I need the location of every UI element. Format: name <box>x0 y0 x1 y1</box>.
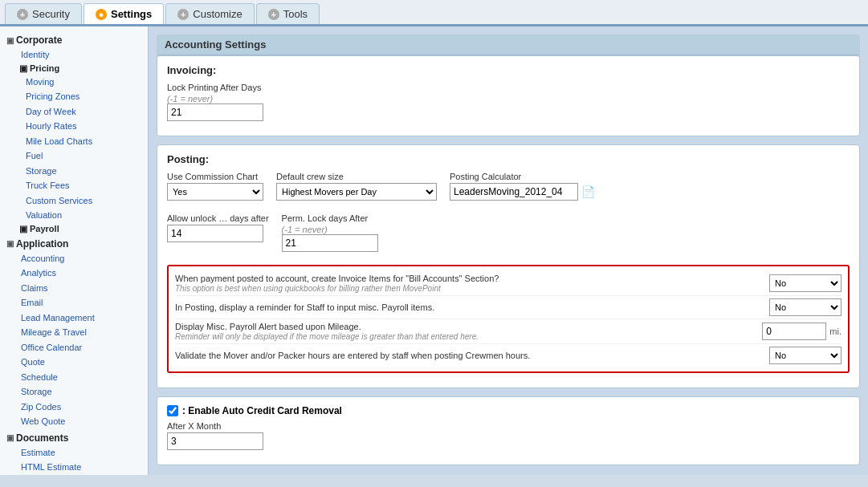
use-commission-label: Use Commission Chart <box>167 172 263 181</box>
tab-security[interactable]: + Security <box>5 3 82 24</box>
posting-section: Posting: Use Commission Chart Yes No Def… <box>157 144 860 388</box>
posting-title: Posting: <box>167 153 850 165</box>
sidebar-group-application: ▣ Application Accounting Analytics Claim… <box>3 237 145 429</box>
after-x-month-input[interactable] <box>167 432 263 450</box>
mi-label: mi. <box>829 327 842 336</box>
mileage-input[interactable] <box>762 323 826 340</box>
sidebar-item-accounting[interactable]: Accounting <box>3 251 145 266</box>
sidebar-group-corporate-header[interactable]: ▣ Corporate <box>3 33 145 47</box>
sidebar-subgroup-pricing: ▣ Pricing Moving Pricing Zones Day of We… <box>3 63 145 223</box>
highlight-row-1: In Posting, display a reminder for Staff… <box>175 296 842 319</box>
auto-credit-label: : Enable Auto Credit Card Removal <box>182 405 342 416</box>
highlight-row-0-input: No Yes <box>769 274 842 292</box>
pricing-subgroup-header[interactable]: ▣ Pricing <box>8 63 145 75</box>
sidebar-item-day-of-week[interactable]: Day of Week <box>8 104 145 120</box>
sidebar-item-hourly-rates[interactable]: Hourly Rates <box>8 119 145 134</box>
posting-section-body: Posting: Use Commission Chart Yes No Def… <box>157 145 859 388</box>
sidebar-item-estimate[interactable]: Estimate <box>3 445 145 461</box>
perm-lock-input[interactable] <box>282 234 378 252</box>
sidebar-item-analytics[interactable]: Analytics <box>3 266 145 281</box>
page-title: Accounting Settings <box>157 34 860 55</box>
documents-label: Documents <box>16 432 68 444</box>
default-crew-field: Default crew size Highest Movers per Day… <box>276 172 437 201</box>
settings-tab-label: Settings <box>111 8 152 20</box>
posting-calc-input[interactable] <box>450 183 578 201</box>
sidebar-item-quote[interactable]: Quote <box>3 355 145 370</box>
sidebar-item-schedule[interactable]: Schedule <box>3 370 145 385</box>
security-tab-label: Security <box>32 8 70 20</box>
sidebar-group-documents-header[interactable]: ▣ Documents <box>3 431 145 445</box>
top-nav: + Security ● Settings + Customize + Tool… <box>0 0 868 26</box>
highlighted-options-section: When payment posted to account, create I… <box>167 265 850 373</box>
posting-calc-label: Posting Calculator <box>450 172 595 181</box>
default-crew-select[interactable]: Highest Movers per Day Lowest Movers per… <box>276 183 437 201</box>
default-crew-label: Default crew size <box>276 172 437 181</box>
highlight-row-0: When payment posted to account, create I… <box>175 271 842 296</box>
sidebar-group-application-header[interactable]: ▣ Application <box>3 237 145 251</box>
sidebar-item-zip-codes[interactable]: Zip Codes <box>3 400 145 415</box>
lock-printing-input[interactable] <box>167 103 263 121</box>
highlight-row-3-input: No Yes <box>769 347 842 364</box>
sidebar-item-claims[interactable]: Claims <box>3 281 145 296</box>
sidebar-group-documents: ▣ Documents Estimate HTML Estimate Invoi… <box>3 431 145 476</box>
perm-lock-label: Perm. Lock days After <box>282 213 378 223</box>
highlight-row-2-input: mi. <box>762 323 842 340</box>
allow-unlock-input[interactable] <box>167 225 263 242</box>
doc-icon[interactable]: 📄 <box>581 185 595 198</box>
tab-customize[interactable]: + Customize <box>165 3 254 24</box>
sidebar-item-mile-load-charts[interactable]: Mile Load Charts <box>8 134 145 149</box>
sidebar-item-truck-fees[interactable]: Truck Fees <box>8 178 145 193</box>
auto-credit-checkbox-row: : Enable Auto Credit Card Removal <box>167 405 850 416</box>
invoicing-section: Invoicing: Lock Printing After Days (-1 … <box>157 55 860 136</box>
sidebar-item-email[interactable]: Email <box>3 295 145 310</box>
use-commission-field: Use Commission Chart Yes No <box>167 172 263 201</box>
auto-credit-checkbox[interactable] <box>167 405 178 416</box>
bill-accounts-select[interactable]: No Yes <box>769 274 842 292</box>
settings-tab-icon: ● <box>96 9 107 20</box>
highlight-row-1-text: In Posting, display a reminder for Staff… <box>175 302 763 312</box>
pricing-toggle-icon: ▣ <box>19 63 27 74</box>
sidebar-item-storage[interactable]: Storage <box>8 164 145 179</box>
pricing-label: Pricing <box>30 63 59 73</box>
tab-settings[interactable]: ● Settings <box>84 3 164 24</box>
main-layout: ▣ Corporate Identity ▣ Pricing Moving Pr… <box>0 26 868 475</box>
sidebar-item-lead-management[interactable]: Lead Management <box>3 310 145 326</box>
posting-calc-input-row: 📄 <box>450 183 595 201</box>
lock-printing-sublabel: (-1 = never) <box>167 94 850 103</box>
allow-unlock-label: Allow unlock … days after <box>167 213 269 223</box>
customize-tab-icon: + <box>177 9 189 20</box>
security-tab-icon: + <box>17 9 28 20</box>
documents-toggle-icon: ▣ <box>6 433 14 442</box>
payroll-reminder-select[interactable]: No Yes <box>769 298 842 316</box>
sidebar-item-valuation[interactable]: Valuation <box>8 208 145 223</box>
sidebar-group-corporate: ▣ Corporate Identity ▣ Pricing Moving Pr… <box>3 33 145 235</box>
sidebar-item-identity[interactable]: Identity <box>3 47 145 63</box>
posting-row1: Use Commission Chart Yes No Default crew… <box>167 172 850 207</box>
sidebar-item-custom-services[interactable]: Custom Services <box>8 193 145 209</box>
sidebar-item-mileage-travel[interactable]: Mileage & Travel <box>3 325 145 340</box>
highlight-row-1-input: No Yes <box>769 298 842 316</box>
sidebar-item-pricing-zones[interactable]: Pricing Zones <box>8 89 145 104</box>
perm-lock-sublabel: (-1 = never) <box>282 225 378 234</box>
sidebar-item-fuel[interactable]: Fuel <box>8 148 145 164</box>
posting-row2: Allow unlock … days after Perm. Lock day… <box>167 213 850 258</box>
perm-lock-field: Perm. Lock days After (-1 = never) <box>282 213 378 252</box>
highlight-row-3-text: Validate the Mover and/or Packer hours a… <box>175 351 763 360</box>
invoicing-section-body: Invoicing: Lock Printing After Days (-1 … <box>157 56 859 136</box>
highlight-row-2: Display Misc. Payroll Alert based upon M… <box>175 319 842 344</box>
invoicing-title: Invoicing: <box>167 64 850 76</box>
auto-credit-section-body: : Enable Auto Credit Card Removal After … <box>157 397 859 465</box>
sidebar: ▣ Corporate Identity ▣ Pricing Moving Pr… <box>0 26 149 475</box>
allow-unlock-field: Allow unlock … days after <box>167 213 269 242</box>
sidebar-item-invoice[interactable]: Invoice <box>3 475 145 476</box>
validate-hours-select[interactable]: No Yes <box>769 347 842 364</box>
payroll-subgroup-header[interactable]: ▣ Payroll <box>8 223 145 235</box>
sidebar-item-moving[interactable]: Moving <box>8 75 145 90</box>
tab-tools[interactable]: + Tools <box>256 3 320 24</box>
sidebar-item-office-calendar[interactable]: Office Calendar <box>3 340 145 355</box>
sidebar-item-html-estimate[interactable]: HTML Estimate <box>3 460 145 475</box>
sidebar-item-web-quote[interactable]: Web Quote <box>3 414 145 429</box>
use-commission-select[interactable]: Yes No <box>167 183 263 201</box>
sidebar-item-storage-app[interactable]: Storage <box>3 384 145 400</box>
content-area: Accounting Settings Invoicing: Lock Prin… <box>149 26 868 475</box>
